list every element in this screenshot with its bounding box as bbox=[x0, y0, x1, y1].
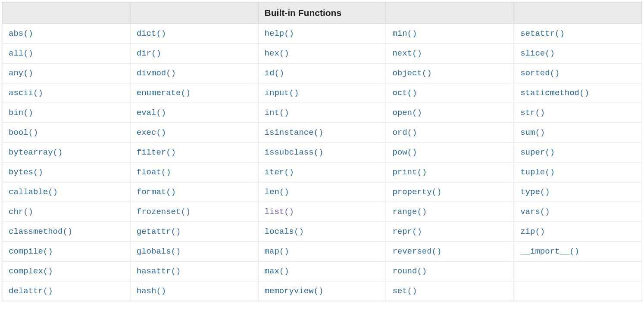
function-link[interactable]: float() bbox=[137, 167, 171, 177]
table-row: classmethod()getattr()locals()repr()zip(… bbox=[2, 222, 642, 242]
function-link[interactable]: type() bbox=[520, 187, 550, 197]
table-cell: range() bbox=[386, 202, 514, 222]
table-row: delattr()hash()memoryview()set() bbox=[2, 281, 642, 301]
function-link[interactable]: tuple() bbox=[520, 167, 555, 177]
function-link[interactable]: map() bbox=[265, 247, 289, 256]
function-link[interactable]: dir() bbox=[137, 49, 161, 58]
table-cell: hex() bbox=[258, 43, 386, 63]
function-link[interactable]: complex() bbox=[9, 266, 53, 276]
table-cell: list() bbox=[258, 202, 386, 222]
table-cell: property() bbox=[386, 182, 514, 202]
table-cell: input() bbox=[258, 83, 386, 103]
table-cell: help() bbox=[258, 24, 386, 43]
function-link[interactable]: setattr() bbox=[520, 29, 565, 38]
function-link[interactable]: sum() bbox=[520, 128, 545, 137]
function-link[interactable]: print() bbox=[392, 167, 427, 177]
function-link[interactable]: repr() bbox=[392, 227, 422, 236]
function-link[interactable]: dict() bbox=[137, 29, 166, 38]
function-link[interactable]: oct() bbox=[392, 88, 417, 98]
function-link[interactable]: iter() bbox=[265, 167, 294, 177]
function-link[interactable]: __import__() bbox=[520, 247, 579, 256]
function-link[interactable]: pow() bbox=[392, 148, 417, 157]
function-link[interactable]: reversed() bbox=[392, 247, 441, 256]
function-link[interactable]: input() bbox=[265, 88, 299, 98]
function-link[interactable]: compile() bbox=[9, 247, 53, 256]
function-link[interactable]: enumerate() bbox=[137, 88, 191, 98]
function-link[interactable]: max() bbox=[265, 266, 289, 276]
table-cell: locals() bbox=[258, 222, 386, 242]
function-link[interactable]: exec() bbox=[137, 128, 166, 137]
function-link[interactable]: help() bbox=[265, 29, 294, 38]
table-cell: sum() bbox=[514, 123, 642, 143]
function-link[interactable]: open() bbox=[392, 108, 422, 118]
table-cell: zip() bbox=[514, 222, 642, 242]
table-cell: print() bbox=[386, 162, 514, 182]
function-link[interactable]: object() bbox=[392, 68, 431, 78]
function-link[interactable]: getattr() bbox=[137, 227, 181, 236]
function-link[interactable]: ascii() bbox=[9, 88, 43, 98]
table-header-cell bbox=[2, 2, 130, 24]
function-link[interactable]: memoryview() bbox=[265, 286, 324, 296]
table-cell: oct() bbox=[386, 83, 514, 103]
table-cell: enumerate() bbox=[130, 83, 258, 103]
function-link[interactable]: hex() bbox=[265, 49, 289, 58]
function-link[interactable]: frozenset() bbox=[137, 207, 191, 217]
function-link[interactable]: bytearray() bbox=[9, 148, 63, 157]
function-link[interactable]: any() bbox=[9, 68, 33, 78]
table-cell: str() bbox=[514, 103, 642, 123]
function-link[interactable]: divmod() bbox=[137, 68, 176, 78]
function-link[interactable]: range() bbox=[392, 207, 427, 217]
function-link[interactable]: min() bbox=[392, 29, 417, 38]
function-link[interactable]: bin() bbox=[9, 108, 33, 118]
function-link[interactable]: delattr() bbox=[9, 286, 53, 296]
function-link[interactable]: set() bbox=[392, 286, 417, 296]
function-link[interactable]: bytes() bbox=[9, 167, 43, 177]
function-link[interactable]: ord() bbox=[392, 128, 417, 137]
function-link[interactable]: id() bbox=[265, 68, 284, 78]
function-link[interactable]: globals() bbox=[137, 247, 181, 256]
function-link[interactable]: super() bbox=[520, 148, 555, 157]
function-link[interactable]: list() bbox=[265, 207, 294, 217]
table-cell: globals() bbox=[130, 242, 258, 261]
function-link[interactable]: classmethod() bbox=[9, 227, 72, 236]
function-link[interactable]: filter() bbox=[137, 148, 176, 157]
function-link[interactable]: bool() bbox=[9, 128, 38, 137]
table-header-cell bbox=[130, 2, 258, 24]
table-cell: hash() bbox=[130, 281, 258, 301]
function-link[interactable]: zip() bbox=[520, 227, 545, 236]
function-link[interactable]: format() bbox=[137, 187, 176, 197]
table-cell: bytearray() bbox=[2, 143, 130, 162]
function-link[interactable]: issubclass() bbox=[265, 148, 324, 157]
function-link[interactable]: len() bbox=[265, 187, 289, 197]
table-cell: issubclass() bbox=[258, 143, 386, 162]
function-link[interactable]: int() bbox=[265, 108, 289, 118]
function-link[interactable]: abs() bbox=[9, 29, 33, 38]
function-link[interactable]: slice() bbox=[520, 49, 555, 58]
function-link[interactable]: str() bbox=[520, 108, 545, 118]
table-cell: int() bbox=[258, 103, 386, 123]
table-cell: type() bbox=[514, 182, 642, 202]
table-cell: slice() bbox=[514, 43, 642, 63]
function-link[interactable]: locals() bbox=[265, 227, 304, 236]
table-cell: format() bbox=[130, 182, 258, 202]
function-link[interactable]: sorted() bbox=[520, 68, 560, 78]
function-link[interactable]: all() bbox=[9, 49, 33, 58]
table-cell: exec() bbox=[130, 123, 258, 143]
function-link[interactable]: eval() bbox=[137, 108, 166, 118]
function-link[interactable]: staticmethod() bbox=[520, 88, 589, 98]
function-link[interactable]: vars() bbox=[520, 207, 550, 217]
table-row: compile()globals()map()reversed()__impor… bbox=[2, 242, 642, 261]
function-link[interactable]: hasattr() bbox=[137, 266, 181, 276]
function-link[interactable]: callable() bbox=[9, 187, 58, 197]
function-link[interactable]: round() bbox=[392, 266, 427, 276]
table-row: bool()exec()isinstance()ord()sum() bbox=[2, 123, 642, 143]
function-link[interactable]: next() bbox=[392, 49, 422, 58]
table-cell bbox=[514, 261, 642, 281]
table-row: bytearray()filter()issubclass()pow()supe… bbox=[2, 143, 642, 162]
function-link[interactable]: hash() bbox=[137, 286, 166, 296]
table-cell bbox=[514, 281, 642, 301]
function-link[interactable]: chr() bbox=[9, 207, 33, 217]
table-cell: next() bbox=[386, 43, 514, 63]
function-link[interactable]: property() bbox=[392, 187, 441, 197]
function-link[interactable]: isinstance() bbox=[265, 128, 324, 137]
